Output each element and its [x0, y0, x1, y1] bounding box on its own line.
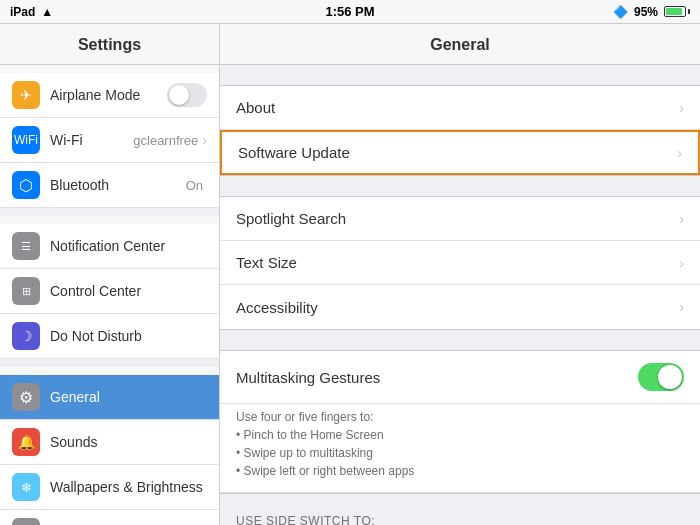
- bluetooth-value: On: [186, 178, 203, 193]
- general-icon: ⚙: [12, 383, 40, 411]
- content-row-spotlight[interactable]: Spotlight Search ›: [220, 197, 700, 241]
- notification-center-icon: ☰: [12, 232, 40, 260]
- bluetooth-label: Bluetooth: [50, 177, 186, 193]
- content-section-side-switch: USE SIDE SWITCH TO: Lock Rotation Mute ✓…: [220, 504, 700, 525]
- content-group-display: Spotlight Search › Text Size › Accessibi…: [220, 196, 700, 330]
- content-area: General About › Software Update › Spotli…: [220, 24, 700, 525]
- status-left: iPad ▲: [10, 5, 53, 19]
- wifi-sidebar-icon: WiFi: [12, 126, 40, 154]
- sidebar-group-1: ✈ Airplane Mode WiFi Wi-Fi gclearnfree ›…: [0, 65, 219, 208]
- sidebar-item-general[interactable]: ⚙ General: [0, 375, 219, 420]
- wifi-icon: ▲: [41, 5, 53, 19]
- privacy-icon: ✋: [12, 518, 40, 525]
- sidebar-group-3: ⚙ General 🔔 Sounds ❄ Wallpapers & Bright…: [0, 367, 219, 525]
- spotlight-label: Spotlight Search: [236, 210, 679, 227]
- content-group-multitasking: Multitasking Gestures Use four or five f…: [220, 350, 700, 494]
- general-label: General: [50, 389, 207, 405]
- status-right: 🔷 95%: [613, 5, 690, 19]
- battery-icon: [664, 6, 690, 17]
- sidebar-item-do-not-disturb[interactable]: ☽ Do Not Disturb: [0, 314, 219, 359]
- bluetooth-sidebar-icon: ⬡: [12, 171, 40, 199]
- accessibility-label: Accessibility: [236, 299, 679, 316]
- wifi-value: gclearnfree: [133, 133, 198, 148]
- status-bar: iPad ▲ 1:56 PM 🔷 95%: [0, 0, 700, 24]
- about-chevron-icon: ›: [679, 100, 684, 116]
- sidebar-item-wifi[interactable]: WiFi Wi-Fi gclearnfree ›: [0, 118, 219, 163]
- airplane-mode-label: Airplane Mode: [50, 87, 167, 103]
- battery-percent: 95%: [634, 5, 658, 19]
- sidebar-title: Settings: [0, 24, 219, 65]
- content-row-about[interactable]: About ›: [220, 86, 700, 130]
- do-not-disturb-label: Do Not Disturb: [50, 328, 207, 344]
- content-row-text-size[interactable]: Text Size ›: [220, 241, 700, 285]
- sounds-icon: 🔔: [12, 428, 40, 456]
- software-update-label: Software Update: [238, 144, 677, 161]
- side-switch-header: USE SIDE SWITCH TO:: [220, 504, 700, 525]
- sidebar: Settings ✈ Airplane Mode WiFi Wi-Fi gcle…: [0, 24, 220, 525]
- wallpapers-label: Wallpapers & Brightness: [50, 479, 207, 495]
- content-title: General: [220, 24, 700, 65]
- do-not-disturb-icon: ☽: [12, 322, 40, 350]
- main-layout: Settings ✈ Airplane Mode WiFi Wi-Fi gcle…: [0, 24, 700, 525]
- multitasking-row[interactable]: Multitasking Gestures: [220, 351, 700, 404]
- about-label: About: [236, 99, 679, 116]
- wifi-label: Wi-Fi: [50, 132, 133, 148]
- content-group-top: About › Software Update ›: [220, 85, 700, 176]
- notification-center-label: Notification Center: [50, 238, 207, 254]
- sidebar-item-wallpapers[interactable]: ❄ Wallpapers & Brightness: [0, 465, 219, 510]
- wifi-chevron-icon: ›: [202, 132, 207, 148]
- airplane-mode-icon: ✈: [12, 81, 40, 109]
- sidebar-item-sounds[interactable]: 🔔 Sounds: [0, 420, 219, 465]
- ipad-label: iPad: [10, 5, 35, 19]
- content-section-multitasking: Multitasking Gestures Use four or five f…: [220, 350, 700, 494]
- sidebar-item-control-center[interactable]: ⊞ Control Center: [0, 269, 219, 314]
- sidebar-item-notification-center[interactable]: ☰ Notification Center: [0, 224, 219, 269]
- text-size-label: Text Size: [236, 254, 679, 271]
- control-center-label: Control Center: [50, 283, 207, 299]
- sidebar-item-bluetooth[interactable]: ⬡ Bluetooth On: [0, 163, 219, 208]
- multitasking-label: Multitasking Gestures: [236, 369, 638, 386]
- multitasking-toggle[interactable]: [638, 363, 684, 391]
- multitasking-description: Use four or five fingers to: • Pinch to …: [220, 404, 700, 493]
- airplane-mode-toggle[interactable]: [167, 83, 207, 107]
- status-time: 1:56 PM: [325, 4, 374, 19]
- text-size-chevron-icon: ›: [679, 255, 684, 271]
- bluetooth-icon: 🔷: [613, 5, 628, 19]
- content-row-accessibility[interactable]: Accessibility ›: [220, 285, 700, 329]
- sounds-label: Sounds: [50, 434, 207, 450]
- control-center-icon: ⊞: [12, 277, 40, 305]
- content-section-top: About › Software Update ›: [220, 85, 700, 176]
- software-update-chevron-icon: ›: [677, 145, 682, 161]
- sidebar-group-2: ☰ Notification Center ⊞ Control Center ☽…: [0, 216, 219, 359]
- content-row-software-update[interactable]: Software Update ›: [220, 130, 700, 175]
- spotlight-chevron-icon: ›: [679, 211, 684, 227]
- accessibility-chevron-icon: ›: [679, 299, 684, 315]
- content-section-display: Spotlight Search › Text Size › Accessibi…: [220, 196, 700, 330]
- sidebar-item-privacy[interactable]: ✋ Privacy: [0, 510, 219, 525]
- wallpapers-icon: ❄: [12, 473, 40, 501]
- sidebar-item-airplane-mode[interactable]: ✈ Airplane Mode: [0, 73, 219, 118]
